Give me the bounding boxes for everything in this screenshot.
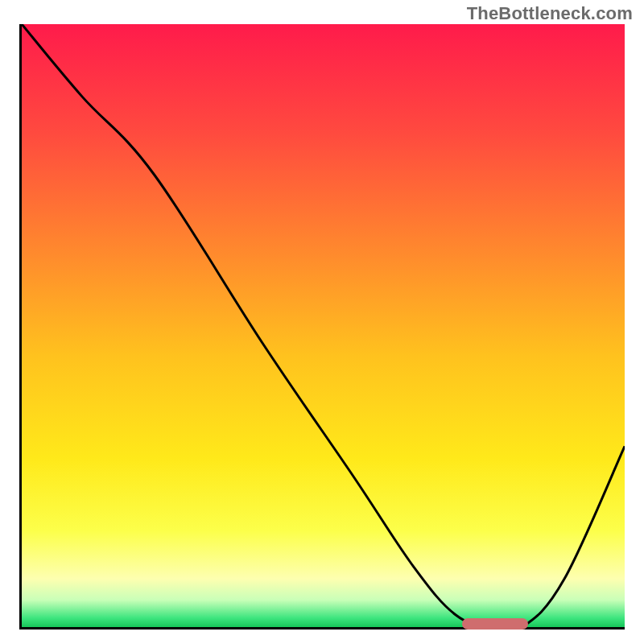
chart-svg: [22, 24, 625, 627]
optimal-range-marker: [462, 618, 528, 630]
chart-stage: TheBottleneck.com: [0, 0, 644, 644]
gradient-rect: [22, 24, 625, 627]
watermark-text: TheBottleneck.com: [467, 3, 633, 24]
plot-area: [19, 24, 625, 630]
